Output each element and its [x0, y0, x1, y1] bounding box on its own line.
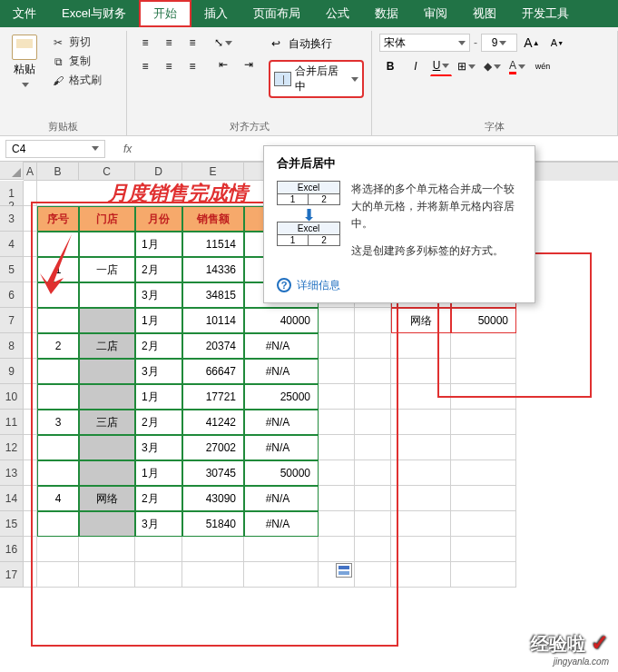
cell[interactable]: 3月: [135, 282, 182, 308]
cell[interactable]: 一店: [79, 257, 135, 282]
row-header[interactable]: 6: [0, 282, 24, 308]
cell[interactable]: 网络: [79, 486, 135, 511]
cell[interactable]: [391, 460, 451, 486]
tab-file[interactable]: 文件: [0, 0, 49, 27]
cell[interactable]: 1月: [135, 384, 182, 410]
cell[interactable]: 41242: [182, 410, 244, 435]
chevron-down-icon[interactable]: [351, 77, 358, 82]
cell[interactable]: 1月: [135, 460, 182, 486]
cell[interactable]: [24, 232, 37, 257]
cell[interactable]: [451, 359, 516, 384]
cell[interactable]: [24, 384, 37, 410]
col-header-A[interactable]: A: [24, 163, 37, 181]
cell[interactable]: [355, 410, 391, 435]
cell[interactable]: [451, 460, 516, 486]
cell[interactable]: #N/A: [244, 410, 319, 435]
align-top-button[interactable]: ≡: [134, 33, 156, 53]
cell[interactable]: 三店: [79, 410, 135, 435]
select-all-corner[interactable]: [0, 162, 24, 180]
wrap-text-button[interactable]: ↩ 自动换行: [269, 33, 364, 54]
cell[interactable]: [79, 232, 135, 257]
align-middle-button[interactable]: ≡: [158, 33, 180, 53]
cell[interactable]: [391, 486, 451, 511]
cell[interactable]: [319, 384, 355, 410]
cell[interactable]: [319, 435, 355, 460]
tooltip-more-info[interactable]: ? 详细信息: [277, 278, 522, 293]
cell[interactable]: [355, 384, 391, 410]
cell[interactable]: 17721: [182, 384, 244, 410]
cell[interactable]: [355, 486, 391, 511]
cell[interactable]: [319, 537, 355, 562]
row-header[interactable]: 12: [0, 435, 24, 460]
cell[interactable]: [355, 537, 391, 562]
align-left-button[interactable]: ≡: [134, 56, 156, 76]
cell[interactable]: [355, 359, 391, 384]
cell[interactable]: 34815: [182, 282, 244, 308]
tab-page-layout[interactable]: 页面布局: [240, 0, 313, 27]
cell[interactable]: [391, 410, 451, 435]
cell[interactable]: 3月: [135, 511, 182, 537]
cell[interactable]: 25000: [244, 384, 319, 410]
cell[interactable]: [79, 460, 135, 486]
cell[interactable]: [79, 511, 135, 537]
name-box[interactable]: C4: [5, 140, 105, 158]
cell[interactable]: [391, 562, 451, 588]
cell[interactable]: 66647: [182, 359, 244, 384]
cell[interactable]: [135, 537, 182, 562]
cell[interactable]: 门店: [79, 206, 135, 232]
cell[interactable]: [24, 333, 37, 359]
cell[interactable]: [391, 511, 451, 537]
cell[interactable]: [79, 384, 135, 410]
row-header[interactable]: 11: [0, 410, 24, 435]
cell[interactable]: 10114: [182, 308, 244, 333]
cell[interactable]: [319, 359, 355, 384]
cell[interactable]: [37, 359, 79, 384]
cut-button[interactable]: ✂剪切: [47, 33, 105, 52]
row-header[interactable]: 5: [0, 257, 24, 282]
cell[interactable]: 2: [37, 333, 79, 359]
cell[interactable]: 二店: [79, 333, 135, 359]
cell[interactable]: [391, 359, 451, 384]
border-button[interactable]: ⊞: [456, 56, 477, 76]
cell[interactable]: [319, 410, 355, 435]
cell[interactable]: [79, 435, 135, 460]
cell[interactable]: [37, 308, 79, 333]
orientation-button[interactable]: ⤡: [212, 33, 234, 53]
cell[interactable]: [79, 537, 135, 562]
cell[interactable]: 3: [37, 410, 79, 435]
cell[interactable]: 序号: [37, 206, 79, 232]
cell[interactable]: [319, 460, 355, 486]
cell[interactable]: [451, 537, 516, 562]
cell[interactable]: 43090: [182, 486, 244, 511]
tab-formulas[interactable]: 公式: [313, 0, 362, 27]
cell[interactable]: [79, 359, 135, 384]
cell[interactable]: 2月: [135, 486, 182, 511]
cell[interactable]: [391, 333, 451, 359]
cell[interactable]: [244, 537, 319, 562]
cell[interactable]: [37, 460, 79, 486]
copy-button[interactable]: ⧉复制: [47, 52, 105, 71]
row-header[interactable]: 10: [0, 384, 24, 410]
row-header[interactable]: 16: [0, 537, 24, 562]
underline-button[interactable]: U: [430, 56, 452, 76]
cell[interactable]: [451, 562, 516, 588]
cell[interactable]: [24, 486, 37, 511]
cell[interactable]: [355, 562, 391, 588]
tab-developer[interactable]: 开发工具: [509, 0, 582, 27]
font-size-select[interactable]: 9: [481, 34, 517, 52]
cell[interactable]: [355, 435, 391, 460]
cell[interactable]: 30745: [182, 460, 244, 486]
align-bottom-button[interactable]: ≡: [181, 33, 203, 53]
tab-home[interactable]: 开始: [139, 0, 191, 27]
col-header-E[interactable]: E: [182, 163, 244, 181]
cell[interactable]: [24, 562, 37, 588]
cell[interactable]: [24, 308, 37, 333]
cell[interactable]: 2月: [135, 410, 182, 435]
row-header[interactable]: 15: [0, 511, 24, 537]
cell[interactable]: 11514: [182, 232, 244, 257]
cell[interactable]: #N/A: [244, 359, 319, 384]
col-header-B[interactable]: B: [37, 163, 79, 181]
fx-label[interactable]: fx: [123, 143, 132, 155]
cell[interactable]: 27002: [182, 435, 244, 460]
align-right-button[interactable]: ≡: [181, 56, 203, 76]
